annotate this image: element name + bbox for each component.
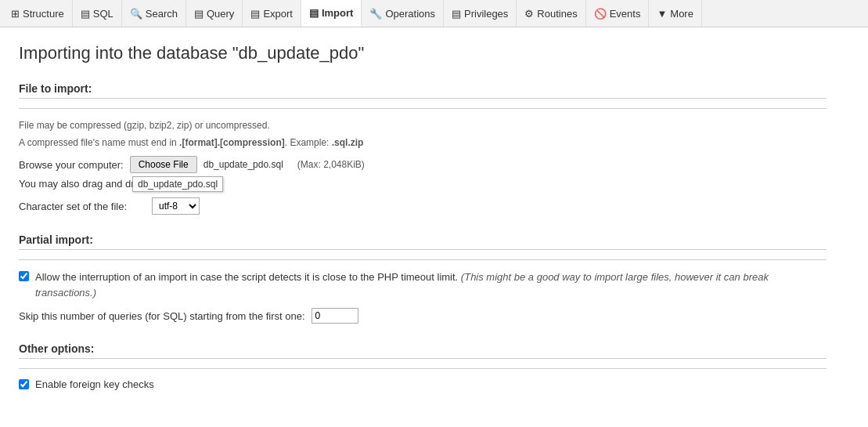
browse-row: Browse your computer: Choose File db_upd… xyxy=(19,156,827,173)
nav-label-export: Export xyxy=(263,8,293,20)
nav-item-privileges[interactable]: ▤ Privileges xyxy=(444,0,517,27)
charset-label: Character set of the file: xyxy=(19,201,144,212)
skip-input[interactable] xyxy=(312,308,358,324)
interruption-label-text: Allow the interruption of an import in c… xyxy=(35,271,458,283)
interruption-checkbox-row: Allow the interruption of an import in c… xyxy=(19,270,827,300)
file-info-line2: A compressed file's name must end in .[f… xyxy=(19,136,827,150)
max-size-text: (Max: 2,048KiB) xyxy=(297,159,365,170)
file-name-tooltip: db_update_pdo.sql xyxy=(132,176,223,192)
nav-item-more[interactable]: ▼ More xyxy=(649,0,702,27)
nav-label-privileges: Privileges xyxy=(464,8,508,20)
nav-item-import[interactable]: ▤ Import xyxy=(301,0,362,27)
nav-label-query: Query xyxy=(207,8,234,20)
events-icon: 🚫 xyxy=(594,8,607,20)
other-options-section: Other options: Enable foreign key checks xyxy=(19,342,827,390)
nav-label-structure: Structure xyxy=(23,8,64,20)
routines-icon: ⚙ xyxy=(524,8,534,20)
interruption-checkbox[interactable] xyxy=(19,271,29,281)
interruption-label: Allow the interruption of an import in c… xyxy=(35,270,827,300)
nav-label-import: Import xyxy=(322,7,353,19)
import-icon: ▤ xyxy=(309,7,319,19)
file-info-line1: File may be compressed (gzip, bzip2, zip… xyxy=(19,118,827,132)
file-to-import-section: File to import: File may be compressed (… xyxy=(19,82,827,215)
nav-item-events[interactable]: 🚫 Events xyxy=(586,0,650,27)
foreign-key-label: Enable foreign key checks xyxy=(35,378,154,390)
file-to-import-header: File to import: xyxy=(19,82,827,99)
file-info-format: .[format].[compression] xyxy=(179,137,285,148)
nav-label-operations: Operations xyxy=(385,8,435,20)
file-name-display: db_update_pdo.sql xyxy=(203,159,283,170)
section-divider-3 xyxy=(19,368,827,369)
section-divider-2 xyxy=(19,259,827,260)
privileges-icon: ▤ xyxy=(452,8,461,20)
foreign-key-checkbox[interactable] xyxy=(19,379,29,389)
nav-label-sql: SQL xyxy=(93,8,113,20)
nav-item-search[interactable]: 🔍 Search xyxy=(122,0,186,27)
nav-label-search: Search xyxy=(146,8,178,20)
nav-label-events: Events xyxy=(610,8,641,20)
partial-import-section: Partial import: Allow the interruption o… xyxy=(19,233,827,324)
charset-select[interactable]: utf-8 latin1 utf-16 ascii xyxy=(152,197,200,215)
nav-item-operations[interactable]: 🔧 Operations xyxy=(362,0,444,27)
nav-label-more: More xyxy=(670,8,693,20)
other-options-header: Other options: xyxy=(19,342,827,359)
nav-label-routines: Routines xyxy=(537,8,577,20)
main-content: Importing into the database "db_update_p… xyxy=(0,27,845,425)
file-info-suffix: . Example: xyxy=(285,137,332,148)
nav-item-routines[interactable]: ⚙ Routines xyxy=(517,0,585,27)
nav-item-structure[interactable]: ⊞ Structure xyxy=(3,0,73,27)
choose-file-button[interactable]: Choose File xyxy=(130,156,197,173)
browse-label: Browse your computer: xyxy=(19,159,124,171)
file-info-prefix: A compressed file's name must end in xyxy=(19,137,179,148)
file-info-example: .sql.zip xyxy=(332,137,364,148)
partial-import-header: Partial import: xyxy=(19,233,827,250)
search-icon: 🔍 xyxy=(130,8,142,20)
export-icon: ▤ xyxy=(250,8,260,20)
nav-item-query[interactable]: ▤ Query xyxy=(186,0,243,27)
skip-row: Skip this number of queries (for SQL) st… xyxy=(19,308,827,324)
nav-bar: ⊞ Structure ▤ SQL 🔍 Search ▤ Query ▤ Exp… xyxy=(0,0,868,27)
charset-row: Character set of the file: utf-8 latin1 … xyxy=(19,197,827,215)
operations-icon: 🔧 xyxy=(369,8,382,20)
nav-item-sql[interactable]: ▤ SQL xyxy=(73,0,122,27)
structure-icon: ⊞ xyxy=(11,8,20,20)
query-icon: ▤ xyxy=(194,8,203,20)
skip-label: Skip this number of queries (for SQL) st… xyxy=(19,310,305,322)
sql-icon: ▤ xyxy=(81,8,90,20)
nav-item-export[interactable]: ▤ Export xyxy=(243,0,301,27)
section-divider-1 xyxy=(19,108,827,109)
more-chevron-icon: ▼ xyxy=(657,8,667,20)
foreign-key-row: Enable foreign key checks xyxy=(19,378,827,390)
page-title: Importing into the database "db_update_p… xyxy=(19,43,827,63)
